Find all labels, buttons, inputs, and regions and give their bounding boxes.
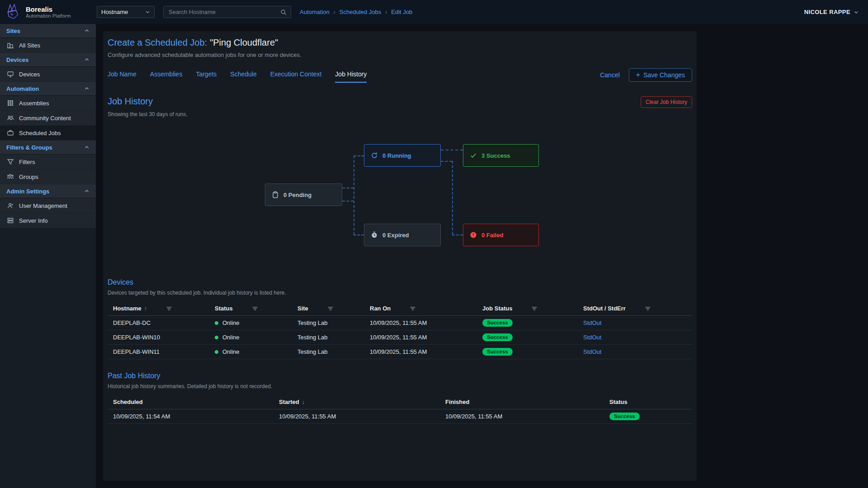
- stdout-cell: StdOut: [578, 345, 692, 359]
- user-menu[interactable]: NICOLE RAPPE: [804, 9, 859, 15]
- status-cell: Online: [209, 345, 292, 359]
- ran-on-cell: 10/09/2025, 11:55 AM: [364, 345, 477, 359]
- chevron-up-icon: [84, 57, 90, 62]
- stdout-cell: StdOut: [578, 330, 692, 345]
- devices-subtitle: Devices targeted by this scheduled job. …: [108, 290, 692, 296]
- item-label: Server Info: [19, 217, 48, 224]
- finished-cell: 10/09/2025, 11:55 AM: [440, 409, 604, 424]
- column-started[interactable]: Started ↓: [274, 395, 440, 409]
- site-cell: Testing Lab: [292, 345, 364, 359]
- top-bar: Borealis Automation Platform Hostname Au…: [0, 0, 868, 24]
- success-badge: Success: [609, 413, 640, 420]
- success-count-label: 3 Success: [481, 152, 510, 159]
- column-label: Status: [215, 305, 233, 312]
- stdout-link[interactable]: StdOut: [583, 348, 601, 355]
- search-input[interactable]: [168, 8, 280, 16]
- item-label: Filters: [19, 159, 35, 165]
- sidebar-item-all-sites[interactable]: All Sites: [0, 38, 96, 53]
- failed-status-node: 0 Failed: [463, 224, 539, 246]
- tab-assemblies[interactable]: Assemblies: [150, 70, 183, 83]
- column-ran-on[interactable]: Ran On: [364, 301, 477, 316]
- tab-job-history[interactable]: Job History: [335, 70, 367, 83]
- flow-connector: [354, 235, 364, 235]
- device-row: DEEPLAB-DC Online Testing Lab 10/09/2025…: [108, 316, 692, 330]
- filter-icon[interactable]: [252, 305, 258, 312]
- column-site[interactable]: Site: [292, 301, 364, 316]
- column-finished[interactable]: Finished: [440, 395, 604, 409]
- tab-schedule[interactable]: Schedule: [230, 70, 256, 83]
- chevron-up-icon: [84, 86, 90, 91]
- sidebar-section-automation[interactable]: Automation: [0, 82, 96, 96]
- column-stdout-stderr[interactable]: StdOut / StdErr: [578, 301, 692, 316]
- sort-ascending-icon: ↑: [144, 305, 147, 312]
- cancel-button[interactable]: Cancel: [600, 71, 620, 79]
- filter-icon[interactable]: [410, 305, 416, 312]
- sidebar-section-devices[interactable]: Devices: [0, 53, 96, 67]
- tab-execution-context[interactable]: Execution Context: [270, 70, 322, 83]
- search-icon[interactable]: [280, 9, 287, 15]
- stdout-link[interactable]: StdOut: [583, 334, 601, 341]
- online-status-dot: [215, 321, 218, 325]
- column-scheduled[interactable]: Scheduled: [108, 395, 274, 409]
- groups-icon: [7, 173, 14, 180]
- filter-funnel-icon: [7, 158, 14, 165]
- user-icon: [7, 202, 14, 209]
- stdout-link[interactable]: StdOut: [583, 319, 601, 326]
- breadcrumb-automation[interactable]: Automation: [300, 9, 330, 15]
- sidebar-item-server-info[interactable]: Server Info: [0, 213, 96, 228]
- section-label: Filters & Groups: [6, 144, 52, 151]
- brand-logo[interactable]: Borealis Automation Platform: [0, 4, 96, 21]
- tab-job-name[interactable]: Job Name: [108, 70, 137, 83]
- tab-targets[interactable]: Targets: [196, 70, 217, 83]
- save-changes-label: Save Changes: [643, 71, 685, 79]
- jobs-icon: [7, 129, 14, 136]
- chevron-up-icon: [84, 28, 90, 33]
- sidebar-section-filters-groups[interactable]: Filters & Groups: [0, 141, 96, 155]
- hostname-dropdown[interactable]: Hostname: [97, 6, 155, 18]
- breadcrumb-edit-job[interactable]: Edit Job: [391, 9, 412, 15]
- job-status-cell: Success: [477, 330, 578, 345]
- main-area: Create a Scheduled Job:"Ping Cloudflare"…: [96, 24, 868, 488]
- tab-actions: Cancel + Save Changes: [600, 68, 692, 84]
- sidebar-section-sites[interactable]: Sites: [0, 24, 96, 38]
- job-status-cell: Success: [477, 316, 578, 330]
- status-cell: Online: [209, 316, 292, 330]
- online-status-dot: [215, 350, 218, 354]
- item-label: Community Content: [19, 115, 71, 122]
- breadcrumb-separator: ›: [334, 9, 335, 15]
- save-changes-button[interactable]: + Save Changes: [629, 68, 692, 82]
- filter-icon[interactable]: [645, 305, 651, 312]
- sidebar-item-community-content[interactable]: Community Content: [0, 111, 96, 126]
- clipboard-icon: [272, 191, 279, 198]
- item-label: Devices: [19, 71, 40, 78]
- sidebar-item-assemblies[interactable]: Assemblies: [0, 96, 96, 111]
- failed-count-label: 0 Failed: [481, 232, 503, 239]
- column-status[interactable]: Status: [209, 301, 292, 316]
- success-badge: Success: [482, 319, 513, 327]
- sidebar-item-groups[interactable]: Groups: [0, 169, 96, 184]
- devices-heading: Devices: [108, 278, 692, 286]
- clear-job-history-button[interactable]: Clear Job History: [641, 96, 692, 108]
- breadcrumb-scheduled-jobs[interactable]: Scheduled Jobs: [340, 9, 382, 15]
- job-history-subtitle: Showing the last 30 days of runs.: [108, 111, 692, 117]
- page-subtitle: Configure advanced schedulable automatio…: [108, 52, 692, 58]
- device-row: DEEPLAB-WIN10 Online Testing Lab 10/09/2…: [108, 330, 692, 345]
- filter-icon[interactable]: [531, 305, 538, 312]
- sidebar-item-user-management[interactable]: User Management: [0, 198, 96, 213]
- sidebar-item-filters[interactable]: Filters: [0, 155, 96, 169]
- chevron-up-icon: [84, 145, 90, 150]
- column-label: Job Status: [482, 305, 512, 312]
- sidebar-item-scheduled-jobs[interactable]: Scheduled Jobs: [0, 126, 96, 141]
- column-job-status[interactable]: Job Status: [477, 301, 578, 316]
- past-job-history-table: Scheduled Started ↓ Finished Status: [108, 395, 692, 424]
- filter-icon[interactable]: [166, 305, 172, 312]
- sidebar-item-devices[interactable]: Devices: [0, 67, 96, 82]
- column-status[interactable]: Status: [604, 395, 692, 409]
- filter-icon[interactable]: [327, 305, 334, 312]
- success-status-node: 3 Success: [463, 144, 539, 167]
- status-cell: Success: [604, 409, 692, 424]
- hostname-cell: DEEPLAB-WIN10: [108, 330, 209, 345]
- sidebar-section-admin-settings[interactable]: Admin Settings: [0, 184, 96, 198]
- flow-connector: [354, 155, 364, 156]
- column-hostname[interactable]: Hostname ↑: [108, 301, 209, 316]
